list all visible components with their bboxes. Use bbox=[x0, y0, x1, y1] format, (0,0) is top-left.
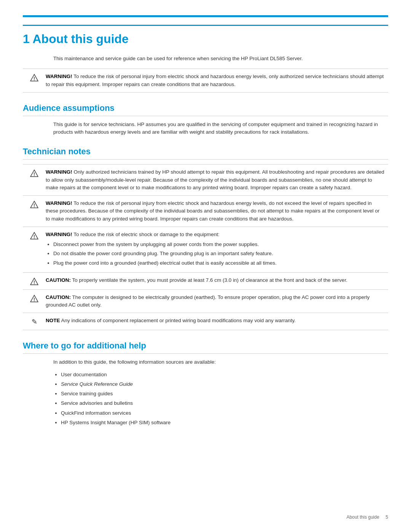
tech-warning-label-3: WARNING! bbox=[46, 232, 72, 237]
tech-warning-content-1: WARNING! Only authorized technicians tra… bbox=[46, 168, 388, 192]
caution-content-1: CAUTION: To properly ventilate the syste… bbox=[46, 276, 388, 284]
bullet-2: Do not disable the power cord grounding … bbox=[53, 250, 384, 257]
technician-heading: Technician notes bbox=[23, 145, 388, 160]
tech-warning-body-2: To reduce the risk of personal injury fr… bbox=[46, 200, 379, 222]
chapter-number: 1 bbox=[23, 32, 30, 46]
svg-text:!: ! bbox=[33, 77, 35, 82]
help-item-3: Service training guides bbox=[61, 390, 388, 398]
svg-text:!: ! bbox=[33, 280, 35, 285]
warning-content-1: WARNING! To reduce the risk of personal … bbox=[46, 73, 388, 88]
footer-spacer bbox=[381, 514, 384, 520]
top-accent-bar bbox=[23, 15, 388, 17]
additional-help-heading: Where to go for additional help bbox=[23, 339, 388, 354]
warning-label-1: WARNING! bbox=[46, 73, 72, 79]
tech-warning-body-1: Only authorized technicians trained by H… bbox=[46, 169, 384, 190]
caution-label-1: CAUTION: bbox=[46, 277, 71, 283]
help-item-4: Service advisories and bulletins bbox=[61, 399, 388, 407]
footer-page-number: 5 bbox=[386, 514, 388, 520]
intro-paragraph: This maintenance and service guide can b… bbox=[53, 55, 388, 62]
note-label-1: NOTE bbox=[46, 318, 60, 323]
help-item-2: Service Quick Reference Guide bbox=[61, 380, 388, 388]
tech-warning-body-3: To reduce the risk of electric shock or … bbox=[73, 232, 219, 237]
audience-heading: Audience assumptions bbox=[23, 102, 388, 116]
caution-label-2: CAUTION: bbox=[46, 294, 71, 300]
help-item-1: User documentation bbox=[61, 371, 388, 379]
caution-body-2: The computer is designed to be electrica… bbox=[46, 294, 370, 308]
warning-body-1: To reduce the risk of personal injury fr… bbox=[46, 73, 384, 87]
chapter-title: 1 About this guide bbox=[23, 25, 388, 48]
tech-warning-label-1: WARNING! bbox=[46, 169, 72, 175]
svg-text:!: ! bbox=[33, 203, 35, 208]
caution-block-2: ! CAUTION: The computer is designed to b… bbox=[23, 290, 388, 313]
note-icon-1: ✎ bbox=[23, 317, 46, 326]
tech-warning-label-2: WARNING! bbox=[46, 200, 72, 206]
svg-text:!: ! bbox=[33, 297, 35, 302]
help-item-5: QuickFind information services bbox=[61, 409, 388, 417]
svg-text:!: ! bbox=[33, 172, 35, 177]
tech-warning-icon-3: ! bbox=[23, 231, 46, 240]
caution-icon-2: ! bbox=[23, 294, 46, 303]
audience-text: This guide is for service technicians. H… bbox=[53, 121, 388, 136]
bullet-1: Disconnect power from the system by unpl… bbox=[53, 241, 384, 248]
tech-warning-icon-1: ! bbox=[23, 168, 46, 177]
page-footer: About this guide 5 bbox=[347, 514, 388, 521]
caution-content-2: CAUTION: The computer is designed to be … bbox=[46, 294, 388, 309]
caution-body-1: To properly ventilate the system, you mu… bbox=[72, 277, 347, 283]
tech-warning-content-2: WARNING! To reduce the risk of personal … bbox=[46, 200, 388, 223]
caution-icon-1: ! bbox=[23, 276, 46, 286]
note-block-1: ✎ NOTE Any indications of component repl… bbox=[23, 313, 388, 330]
note-body-1: Any indications of component replacement… bbox=[61, 318, 296, 323]
tech-warning-block-1: ! WARNING! Only authorized technicians t… bbox=[23, 164, 388, 196]
tech-warning-icon-2: ! bbox=[23, 200, 46, 209]
additional-help-intro: In addition to this guide, the following… bbox=[53, 358, 388, 366]
bullet-3: Plug the power cord into a grounded (ear… bbox=[53, 259, 384, 267]
chapter-heading-text: About this guide bbox=[33, 32, 129, 46]
svg-text:!: ! bbox=[33, 234, 35, 240]
warning-block-1: ! WARNING! To reduce the risk of persona… bbox=[23, 69, 388, 93]
tech-warning-content-3: WARNING! To reduce the risk of electric … bbox=[46, 231, 388, 268]
note-content-1: NOTE Any indications of component replac… bbox=[46, 317, 388, 324]
tech-warning-block-3: ! WARNING! To reduce the risk of electri… bbox=[23, 227, 388, 273]
additional-help-list: User documentation Service Quick Referen… bbox=[61, 371, 388, 427]
tech-warning-block-2: ! WARNING! To reduce the risk of persona… bbox=[23, 196, 388, 227]
warning-icon-1: ! bbox=[23, 73, 46, 82]
tech-warning-bullets-3: Disconnect power from the system by unpl… bbox=[53, 241, 384, 267]
help-item-6: HP Systems Insight Manager (HP SIM) soft… bbox=[61, 419, 388, 427]
caution-block-1: ! CAUTION: To properly ventilate the sys… bbox=[23, 273, 388, 290]
footer-section-name: About this guide bbox=[347, 514, 379, 520]
